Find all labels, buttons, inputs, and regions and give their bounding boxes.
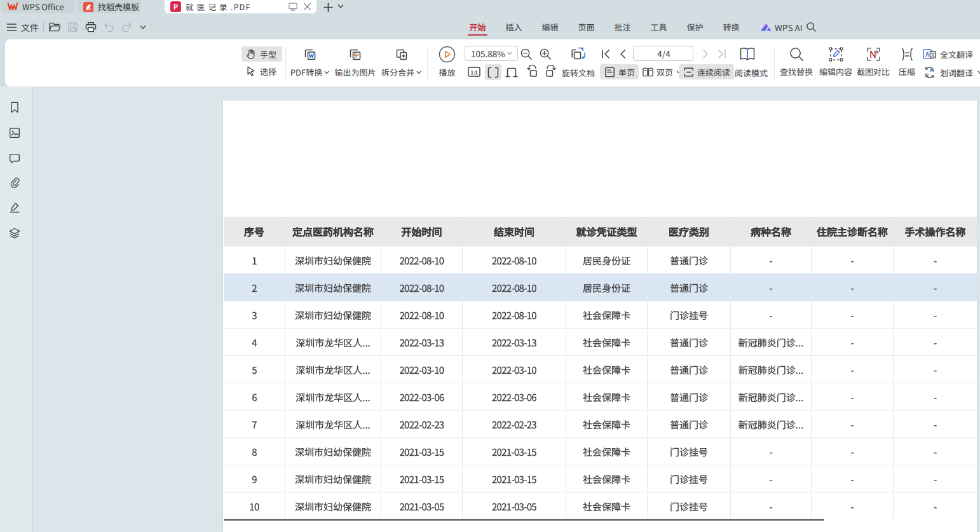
actual-size-button[interactable]: 1:1 <box>466 64 482 79</box>
menu-tab-tools[interactable]: 工具 <box>641 15 677 39</box>
find-replace-button[interactable]: 查找替换 <box>776 46 817 78</box>
pdf-convert-button[interactable]: PDF转换 <box>285 46 336 78</box>
save-icon[interactable] <box>67 22 78 32</box>
ribbon-toolbar: 手型 选择 PDF转换 输出为图片 拆分合并 播放 105.88% <box>5 39 980 86</box>
table-row[interactable]: 10深圳市妇幼保健院2021-03-052021-03-05社会保障卡门诊挂号-… <box>224 492 977 519</box>
table-cell: - <box>894 247 977 273</box>
menu-tab-edit[interactable]: 编辑 <box>532 15 568 39</box>
screenshot-compare-button[interactable]: 截图对比 <box>853 46 894 78</box>
attachment-icon[interactable] <box>8 176 21 189</box>
menu-tab-protect[interactable]: 保护 <box>677 15 713 39</box>
find-replace-icon <box>789 46 805 62</box>
table-cell: 深圳市龙华区人... <box>285 356 381 383</box>
rotate-doc-button[interactable]: 旋转文档 <box>562 67 595 79</box>
file-menu-button[interactable]: 文件 <box>6 15 39 39</box>
continuous-read-button[interactable]: 连续阅读 <box>679 64 734 79</box>
reading-layout-icon[interactable] <box>737 44 758 64</box>
next-page-button[interactable] <box>698 47 712 61</box>
edit-content-button[interactable]: 编辑内容 <box>815 46 856 78</box>
table-row[interactable]: 9深圳市妇幼保健院2021-03-152021-03-15社会保障卡门诊挂号--… <box>224 465 977 492</box>
table-cell: - <box>894 465 977 492</box>
play-button[interactable]: 播放 <box>430 46 465 78</box>
menu-tab-page[interactable]: 页面 <box>568 15 604 39</box>
table-row[interactable]: 2深圳市妇幼保健院2022-08-102022-08-10居民身份证普通门诊--… <box>224 273 977 301</box>
table-row[interactable]: 8深圳市妇幼保健院2021-03-152021-03-15社会保障卡门诊挂号--… <box>224 437 977 465</box>
menu-tab-home[interactable]: 开始 <box>459 15 496 39</box>
hand-tool-button[interactable]: 手型 <box>242 46 282 62</box>
table-row[interactable]: 6深圳市龙华区人...2022-03-062022-03-06社会保障卡普通门诊… <box>224 383 977 410</box>
table-row[interactable]: 5深圳市龙华区人...2022-03-102022-03-10社会保障卡普通门诊… <box>224 355 977 383</box>
table-cell: - <box>812 465 894 492</box>
menu-tab-wps-ai[interactable]: WPS AI <box>760 15 803 39</box>
fit-width-button[interactable] <box>485 64 501 80</box>
first-page-button[interactable] <box>599 47 613 61</box>
menu-tab-convert[interactable]: 转换 <box>713 15 749 39</box>
zoom-in-button[interactable] <box>538 46 553 62</box>
print-icon[interactable] <box>85 22 97 32</box>
signature-icon[interactable] <box>8 201 21 214</box>
zoom-out-button[interactable] <box>519 46 534 62</box>
continuous-read-label: 连续阅读 <box>697 66 730 78</box>
read-mode-button[interactable]: 阅读模式 <box>735 67 768 79</box>
menu-tab-insert[interactable]: 插入 <box>496 15 532 39</box>
monitor-icon[interactable] <box>288 2 298 11</box>
export-image-button[interactable]: 输出为图片 <box>330 46 381 78</box>
tab-list-chevron-icon[interactable] <box>337 3 344 10</box>
docer-icon <box>83 2 93 12</box>
svg-text:A: A <box>929 66 934 74</box>
export-image-label: 输出为图片 <box>334 66 376 78</box>
tab-document[interactable]: P 就 医 记 录 .PDF <box>165 0 316 13</box>
comment-icon[interactable] <box>8 152 21 165</box>
select-tool-button[interactable]: 选择 <box>242 64 282 79</box>
bookmark-icon[interactable] <box>8 101 21 114</box>
page-number-input[interactable]: 4/4 <box>633 46 693 61</box>
quick-access-chevron-icon[interactable] <box>139 24 147 31</box>
table-row[interactable]: 3深圳市妇幼保健院2022-08-102022-08-10社会保障卡门诊挂号--… <box>224 301 977 328</box>
rotate-left-button[interactable] <box>524 64 540 79</box>
table-row[interactable]: 1深圳市妇幼保健院2022-08-102022-08-10居民身份证普通门诊--… <box>224 246 977 273</box>
table-cell: 新冠肺炎门诊... <box>731 329 812 355</box>
menu-tab-comment[interactable]: 批注 <box>604 15 641 39</box>
rotate-right-button[interactable] <box>542 64 559 79</box>
select-tool-label: 选择 <box>260 65 276 78</box>
table-cell: - <box>731 493 812 519</box>
previous-page-button[interactable] <box>616 47 630 61</box>
table-cell: 2022-03-10 <box>463 356 566 383</box>
replace-page-button[interactable] <box>568 44 587 64</box>
new-tab-button[interactable] <box>322 1 334 13</box>
divider <box>427 47 428 80</box>
table-cell: 社会保障卡 <box>566 465 648 492</box>
single-page-icon <box>604 66 616 78</box>
table-cell: 深圳市妇幼保健院 <box>285 465 381 492</box>
table-cell: 深圳市龙华区人... <box>285 329 381 355</box>
pdf-page[interactable]: 序号定点医药机构名称开始时间结束时间就诊凭证类型医疗类别病种名称住院主诊断名称手… <box>222 100 977 532</box>
table-cell: - <box>812 274 894 301</box>
undo-icon[interactable] <box>104 22 114 32</box>
zoom-level-select[interactable]: 105.88% <box>465 46 518 61</box>
table-row[interactable]: 4深圳市龙华区人...2022-03-132022-03-13社会保障卡普通门诊… <box>224 328 977 355</box>
table-cell: 2022-02-23 <box>463 411 566 437</box>
tab-docer[interactable]: 找稻壳模板 <box>78 0 141 13</box>
single-page-button[interactable]: 单页 <box>600 64 639 79</box>
redo-icon[interactable] <box>121 22 132 32</box>
compress-button[interactable]: 压缩 <box>892 46 922 78</box>
fit-page-button[interactable] <box>504 64 519 79</box>
word-translate-button[interactable]: A文 划词翻译 <box>923 66 980 79</box>
table-cell: 新冠肺炎门诊... <box>731 411 812 437</box>
close-tab-icon[interactable] <box>303 3 311 11</box>
layers-icon[interactable] <box>8 227 21 240</box>
table-cell: 2021-03-15 <box>381 465 463 492</box>
tab-wps-office[interactable]: WPS Office <box>1 0 75 13</box>
split-merge-button[interactable]: 拆分合并 <box>376 46 427 78</box>
divider <box>774 47 775 80</box>
last-page-button[interactable] <box>715 47 729 61</box>
thumbnail-icon[interactable] <box>8 126 21 139</box>
table-cell: - <box>894 329 977 355</box>
menu-search-icon[interactable] <box>806 22 817 32</box>
table-row[interactable]: 7深圳市龙华区人...2022-02-232022-02-23社会保障卡普通门诊… <box>224 410 977 437</box>
full-translate-button[interactable]: A文 全文翻译 <box>923 48 973 60</box>
table-cell: 2021-03-05 <box>381 493 463 519</box>
table-cell: 2021-03-05 <box>463 493 566 519</box>
table-cell: 普通门诊 <box>648 274 731 301</box>
open-folder-icon[interactable] <box>48 22 60 32</box>
